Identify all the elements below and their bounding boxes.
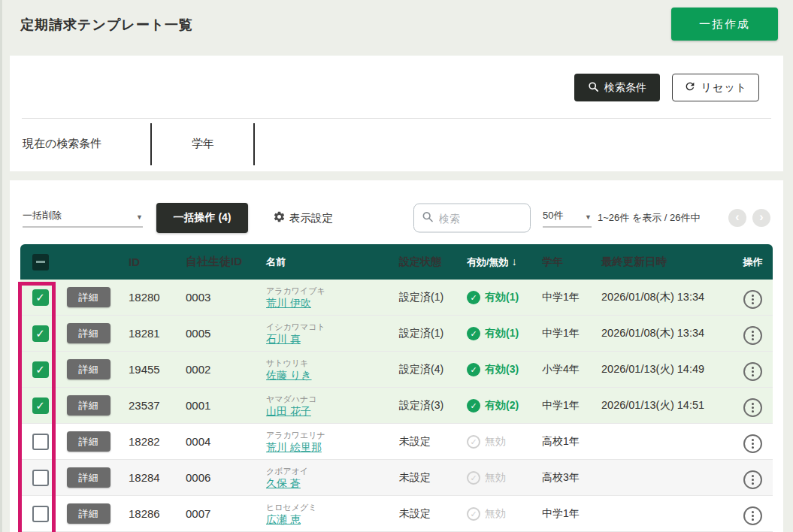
gear-icon [273, 210, 286, 225]
select-all-checkbox[interactable] [32, 254, 49, 271]
divider [150, 123, 152, 165]
reset-button[interactable]: リセット [672, 74, 759, 101]
name-cell: クボアオイ 久保 蒼 [248, 460, 395, 496]
bulk-delete-select[interactable]: 一括削除 ▼ [23, 209, 143, 228]
table-row: 詳細 18282 0004 アラカワエリナ 荒川 絵里那 未設定 ✓ 無効 高校… [20, 424, 773, 460]
id-cell: 18280 [117, 280, 177, 316]
column-header: 自社生徒ID [177, 244, 248, 280]
status-cell: 設定済(4) [395, 352, 462, 388]
display-settings-button[interactable]: 表示設定 [273, 210, 333, 225]
detail-button[interactable]: 詳細 [67, 287, 110, 307]
furigana-text: アラカワエリナ [266, 430, 395, 440]
id-cell: 23537 [117, 388, 177, 424]
row-checkbox[interactable]: ✓ [32, 361, 49, 378]
valid-badge: ✓ 有効(3) [467, 363, 519, 376]
student-name-link[interactable]: 荒川 伊吹 [266, 297, 311, 309]
furigana-text: イシカワマコト [266, 322, 395, 332]
table-header-row: ID自社生徒ID名前設定状態有効/無効↓学年最終更新日時操作 [20, 244, 773, 280]
detail-button[interactable]: 詳細 [67, 431, 110, 452]
furigana-text: ヤマダハナコ [266, 394, 395, 404]
name-cell: ヒロセメグミ 広瀬 恵 [248, 496, 395, 532]
student-name-link[interactable]: 石川 真 [266, 333, 301, 345]
student-id-cell: 0002 [177, 352, 248, 388]
status-cell: 設定済(1) [395, 316, 462, 352]
updated-cell [594, 460, 733, 496]
validity-cell: ✓ 無効 [462, 460, 537, 496]
next-page-button[interactable]: › [752, 209, 770, 227]
name-cell: サトウリキ 佐藤 りき [248, 352, 395, 388]
page-title: 定期請求テンプレート一覧 [20, 16, 193, 34]
detail-button[interactable]: 詳細 [67, 395, 110, 416]
pagination-range-text: 1~26件 を表示 / 26件中 [598, 211, 701, 225]
kebab-menu-icon[interactable] [743, 470, 762, 489]
table-row: ✓ 詳細 23537 0001 ヤマダハナコ 山田 花子 設定済(3) ✓ 有効… [20, 388, 773, 424]
kebab-menu-icon[interactable] [743, 434, 762, 453]
column-header: 最終更新日時 [594, 244, 733, 280]
kebab-menu-icon[interactable] [743, 326, 762, 345]
column-header[interactable]: 有効/無効↓ [462, 244, 537, 280]
check-circle-icon: ✓ [467, 291, 480, 304]
per-page-select[interactable]: 50件 ▼ [543, 209, 592, 228]
name-cell: アラカワイブキ 荒川 伊吹 [248, 280, 395, 316]
kebab-menu-icon[interactable] [743, 506, 762, 525]
updated-cell [594, 424, 733, 460]
kebab-menu-icon[interactable] [743, 290, 762, 309]
table-search-box [413, 204, 531, 233]
row-checkbox[interactable] [32, 470, 49, 486]
table-toolbar: 一括削除 ▼ 一括操作 (4) 表示設定 50件 ▼ 1~26件 を表示 / 2… [10, 200, 783, 236]
bulk-create-button[interactable]: 一括作成 [671, 8, 778, 41]
kebab-menu-icon[interactable] [743, 362, 762, 381]
search-icon [588, 81, 599, 95]
student-name-link[interactable]: 荒川 絵里那 [266, 441, 322, 453]
pagination: ‹ › [728, 209, 770, 227]
status-cell: 設定済(3) [395, 388, 462, 424]
check-circle-icon: ✓ [467, 399, 480, 413]
status-cell: 未設定 [395, 460, 462, 496]
student-name-link[interactable]: 佐藤 りき [266, 369, 312, 381]
updated-cell: 2026/01/13(火) 14:51 [594, 388, 733, 424]
student-id-cell: 0004 [177, 424, 248, 460]
status-cell: 設定済(1) [395, 280, 462, 316]
name-cell: イシカワマコト 石川 真 [248, 316, 395, 352]
updated-cell: 2026/01/08(木) 13:34 [594, 280, 733, 316]
row-checkbox[interactable] [32, 434, 49, 450]
page-header: 定期請求テンプレート一覧 一括作成 [0, 0, 793, 48]
detail-button[interactable]: 詳細 [67, 467, 110, 488]
detail-button[interactable]: 詳細 [67, 323, 110, 343]
sort-desc-icon: ↓ [512, 255, 517, 268]
chevron-down-icon: ▼ [136, 213, 143, 222]
column-header: 設定状態 [395, 244, 462, 280]
grade-cell: 高校1年 [537, 424, 594, 460]
name-cell: ヤマダハナコ 山田 花子 [248, 388, 395, 424]
table-panel: 一括削除 ▼ 一括操作 (4) 表示設定 50件 ▼ 1~26件 を表示 / 2… [10, 180, 783, 532]
refresh-icon [684, 80, 696, 95]
row-checkbox[interactable]: ✓ [32, 289, 49, 306]
validity-cell: ✓ 有効(1) [462, 316, 537, 352]
row-checkbox[interactable] [32, 506, 49, 522]
student-name-link[interactable]: 久保 蒼 [266, 477, 301, 489]
prev-page-button[interactable]: ‹ [728, 209, 746, 227]
detail-button[interactable]: 詳細 [67, 359, 110, 379]
grade-cell: 高校3年 [537, 460, 594, 496]
validity-cell: ✓ 無効 [462, 496, 537, 532]
templates-table: ID自社生徒ID名前設定状態有効/無効↓学年最終更新日時操作 ✓ 詳細 1828… [20, 244, 773, 532]
search-conditions-button[interactable]: 検索条件 [574, 74, 660, 101]
divider [253, 123, 255, 165]
student-name-link[interactable]: 山田 花子 [266, 405, 311, 417]
table-search-input[interactable] [439, 212, 514, 224]
id-cell: 18282 [117, 424, 177, 460]
row-checkbox[interactable]: ✓ [32, 397, 49, 414]
kebab-menu-icon[interactable] [743, 398, 762, 417]
validity-cell: ✓ 無効 [462, 424, 537, 460]
row-checkbox[interactable]: ✓ [32, 325, 49, 342]
id-cell: 18286 [117, 496, 177, 532]
valid-badge: ✓ 有効(1) [467, 327, 519, 340]
check-circle-icon: ✓ [467, 507, 480, 521]
grade-cell: 中学1年 [537, 496, 594, 532]
student-name-link[interactable]: 広瀬 恵 [266, 513, 301, 525]
student-id-cell: 0003 [177, 280, 248, 316]
bulk-action-button[interactable]: 一括操作 (4) [156, 203, 248, 233]
condition-grade-label: 学年 [192, 137, 214, 151]
current-conditions-label: 現在の検索条件 [23, 137, 101, 151]
detail-button[interactable]: 詳細 [67, 503, 110, 524]
